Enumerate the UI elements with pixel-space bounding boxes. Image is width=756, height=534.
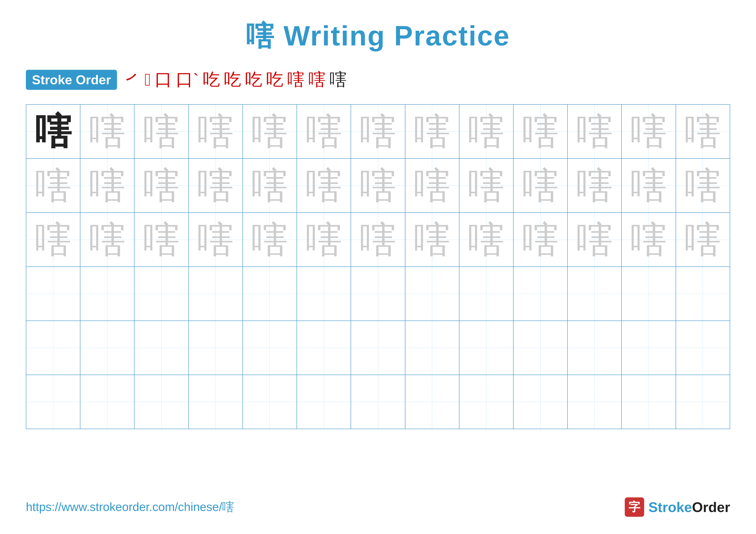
table-cell: 嗐 bbox=[297, 159, 351, 213]
table-cell: 嗐 bbox=[26, 105, 80, 159]
stroke-seq-8: 吃 bbox=[266, 68, 284, 91]
table-cell bbox=[80, 267, 134, 321]
char-trace: 嗐 bbox=[468, 219, 504, 260]
table-cell bbox=[459, 267, 513, 321]
stroke-order-row: Stroke Order ㇒ 𠃌 口 口` 吃 吃 吃 吃 嗐 嗐 嗐 bbox=[26, 68, 730, 91]
footer: https://www.strokeorder.com/chinese/嗐 字 … bbox=[26, 497, 730, 517]
table-cell bbox=[134, 321, 188, 375]
table-cell bbox=[622, 375, 676, 429]
char-trace: 嗐 bbox=[630, 111, 667, 152]
char-trace: 嗐 bbox=[306, 219, 342, 260]
table-cell bbox=[459, 375, 513, 429]
char-trace: 嗐 bbox=[251, 165, 288, 206]
char-trace: 嗐 bbox=[576, 219, 613, 260]
table-cell: 嗐 bbox=[676, 105, 730, 159]
table-cell bbox=[676, 321, 730, 375]
table-cell: 嗐 bbox=[297, 213, 351, 267]
char-trace: 嗐 bbox=[143, 219, 180, 260]
table-cell bbox=[80, 321, 134, 375]
table-cell bbox=[405, 321, 459, 375]
table-cell bbox=[80, 375, 134, 429]
table-cell: 嗐 bbox=[622, 159, 676, 213]
table-cell bbox=[405, 267, 459, 321]
table-cell: 嗐 bbox=[243, 159, 297, 213]
char-trace: 嗐 bbox=[468, 165, 504, 206]
table-cell: 嗐 bbox=[80, 159, 134, 213]
char-trace: 嗐 bbox=[685, 219, 721, 260]
char-trace: 嗐 bbox=[414, 111, 450, 152]
stroke-seq-11: 嗐 bbox=[330, 68, 347, 91]
char-trace: 嗐 bbox=[251, 219, 288, 260]
table-cell bbox=[567, 321, 622, 375]
table-cell: 嗐 bbox=[189, 105, 243, 159]
table-cell: 嗐 bbox=[405, 105, 459, 159]
char-trace: 嗐 bbox=[89, 111, 126, 152]
table-cell: 嗐 bbox=[459, 159, 513, 213]
table-cell: 嗐 bbox=[513, 105, 567, 159]
page: 嗐 Writing Practice Stroke Order ㇒ 𠃌 口 口`… bbox=[0, 0, 756, 534]
table-row bbox=[26, 375, 730, 429]
table-cell: 嗐 bbox=[26, 159, 80, 213]
table-cell: 嗐 bbox=[676, 159, 730, 213]
char-trace: 嗐 bbox=[630, 165, 667, 206]
table-cell: 嗐 bbox=[189, 213, 243, 267]
char-black: 嗐 bbox=[35, 111, 71, 152]
char-trace: 嗐 bbox=[360, 219, 396, 260]
char-trace: 嗐 bbox=[522, 111, 559, 152]
table-row: 嗐 嗐 嗐 嗐 嗐 嗐 嗐 嗐 嗐 嗐 嗐 嗐 嗐 bbox=[26, 213, 730, 267]
stroke-seq-3: 口 bbox=[155, 68, 172, 91]
table-cell bbox=[513, 375, 567, 429]
table-cell: 嗐 bbox=[567, 159, 622, 213]
char-trace: 嗐 bbox=[576, 165, 613, 206]
table-cell: 嗐 bbox=[243, 213, 297, 267]
table-cell bbox=[676, 375, 730, 429]
table-cell bbox=[351, 267, 405, 321]
table-cell bbox=[26, 267, 80, 321]
table-cell bbox=[567, 267, 622, 321]
table-cell bbox=[134, 375, 188, 429]
table-cell: 嗐 bbox=[459, 105, 513, 159]
char-trace: 嗐 bbox=[143, 111, 180, 152]
footer-url: https://www.strokeorder.com/chinese/嗐 bbox=[26, 499, 234, 515]
char-trace: 嗐 bbox=[685, 111, 721, 152]
table-cell bbox=[676, 267, 730, 321]
logo-icon: 字 bbox=[625, 497, 644, 517]
char-trace: 嗐 bbox=[576, 111, 613, 152]
stroke-seq-10: 嗐 bbox=[309, 68, 326, 91]
table-cell: 嗐 bbox=[189, 159, 243, 213]
table-cell: 嗐 bbox=[134, 213, 188, 267]
char-trace: 嗐 bbox=[143, 165, 180, 206]
char-trace: 嗐 bbox=[414, 219, 450, 260]
char-trace: 嗐 bbox=[35, 165, 71, 206]
char-trace: 嗐 bbox=[197, 111, 234, 152]
table-cell: 嗐 bbox=[351, 105, 405, 159]
table-cell: 嗐 bbox=[567, 213, 622, 267]
char-trace: 嗐 bbox=[306, 111, 342, 152]
logo-text: StrokeOrder bbox=[648, 499, 730, 515]
table-cell: 嗐 bbox=[134, 105, 188, 159]
table-cell: 嗐 bbox=[351, 213, 405, 267]
char-trace: 嗐 bbox=[89, 219, 126, 260]
table-cell bbox=[459, 321, 513, 375]
table-cell bbox=[134, 267, 188, 321]
table-cell: 嗐 bbox=[80, 213, 134, 267]
table-cell bbox=[567, 375, 622, 429]
stroke-seq-9: 嗐 bbox=[287, 68, 305, 91]
char-trace: 嗐 bbox=[35, 219, 71, 260]
char-trace: 嗐 bbox=[685, 165, 721, 206]
stroke-order-badge: Stroke Order bbox=[26, 70, 117, 90]
stroke-seq-4: 口` bbox=[176, 68, 199, 91]
table-cell bbox=[351, 321, 405, 375]
char-trace: 嗐 bbox=[468, 111, 504, 152]
table-cell bbox=[243, 375, 297, 429]
practice-grid: 嗐 嗐 嗐 嗐 嗐 嗐 嗐 嗐 嗐 嗐 嗐 嗐 嗐 嗐 嗐 嗐 嗐 嗐 嗐 嗐 … bbox=[26, 104, 730, 429]
stroke-seq-7: 吃 bbox=[245, 68, 262, 91]
char-trace: 嗐 bbox=[360, 165, 396, 206]
char-trace: 嗐 bbox=[197, 165, 234, 206]
char-trace: 嗐 bbox=[522, 219, 559, 260]
footer-logo: 字 StrokeOrder bbox=[625, 497, 730, 517]
char-trace: 嗐 bbox=[197, 219, 234, 260]
page-title: 嗐 Writing Practice bbox=[246, 17, 510, 55]
table-cell bbox=[351, 375, 405, 429]
char-trace: 嗐 bbox=[360, 111, 396, 152]
